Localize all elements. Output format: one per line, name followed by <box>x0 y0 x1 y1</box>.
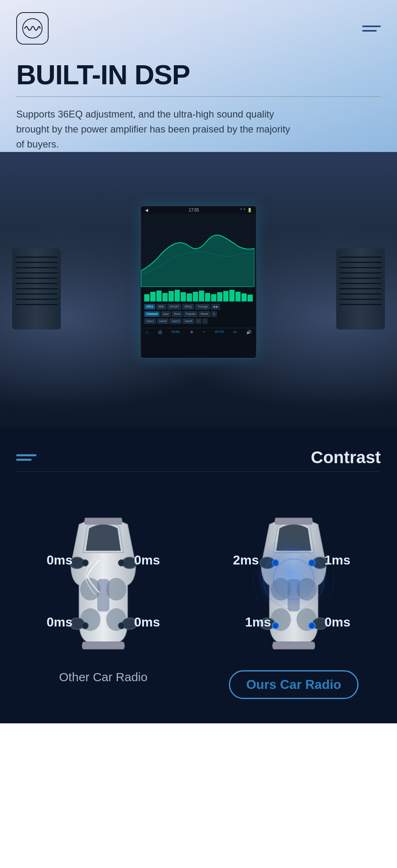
eq-reset[interactable]: Reset <box>199 311 210 317</box>
eq-info[interactable]: ℹ <box>211 311 217 317</box>
eq-classical[interactable]: Classical <box>144 311 160 317</box>
ours-bottom-right-label: 0ms <box>324 615 350 630</box>
svg-point-14 <box>118 622 125 629</box>
eq-btn-srs[interactable]: SRS() <box>182 304 194 310</box>
other-top-right-label: 0ms <box>134 553 160 568</box>
contrast-divider <box>16 471 381 472</box>
page-title: BUILT-IN DSP <box>16 61 381 88</box>
back-ctrl[interactable]: ↩ <box>233 330 237 334</box>
eq-controls: cFES BBE DOLBY SRS() Through ◉◉ Classica… <box>141 287 256 328</box>
eq-btn-bbe[interactable]: BBE <box>156 304 166 310</box>
back-btn: ◀ <box>145 208 148 212</box>
contrast-header: Contrast <box>16 448 381 467</box>
eq-remove[interactable]: - <box>203 319 207 324</box>
logo-icon <box>16 12 49 45</box>
left-vent <box>12 248 61 329</box>
ac-ctrl[interactable]: ~ <box>203 330 205 334</box>
eq-jazz[interactable]: Jazz <box>161 311 171 317</box>
bottom-controls: ⌂ ⏻ DUAL ❄ ~ AUTO ↩ 🔊 <box>141 328 256 336</box>
svg-point-28 <box>309 622 315 629</box>
other-car-svg <box>55 500 152 654</box>
eq-user1[interactable]: User1 <box>144 319 156 324</box>
svg-rect-29 <box>288 579 300 611</box>
svg-point-11 <box>82 560 88 566</box>
eq-display <box>141 214 256 287</box>
svg-point-26 <box>309 560 315 566</box>
eq-user-buttons: User1 User2 User3 User5 + - <box>144 319 253 324</box>
dual-ctrl[interactable]: DUAL <box>172 330 180 334</box>
svg-rect-15 <box>97 579 109 611</box>
svg-point-12 <box>118 560 125 566</box>
eq-add[interactable]: + <box>196 319 201 324</box>
auto-ctrl[interactable]: AUTO <box>215 330 224 334</box>
eq-btn-extra[interactable]: ◉◉ <box>211 304 220 310</box>
eq-btn-cfes[interactable]: cFES <box>144 304 155 310</box>
hero-description: Supports 36EQ adjustment, and the ultra-… <box>16 107 292 152</box>
eq-style-buttons: Classical Jazz Rock Popular Reset ℹ <box>144 311 253 317</box>
menu-button[interactable] <box>362 26 381 32</box>
other-car-svg-wrapper: 0ms 0ms 0ms 0ms <box>55 500 152 654</box>
eq-btn-dolby[interactable]: DOLBY <box>167 304 181 310</box>
ours-car-top-view: 2ms 1ms 1ms 0ms <box>207 492 381 662</box>
contrast-section: Contrast 0ms 0ms 0ms 0ms <box>0 428 397 723</box>
dsp-screen: ◀ 17:55 ⌃⌃ 🔋 <box>140 205 257 359</box>
ours-top-left-label: 2ms <box>233 553 259 568</box>
eq-rock[interactable]: Rock <box>172 311 182 317</box>
ours-top-right-label: 1ms <box>324 553 350 568</box>
header-section: BUILT-IN DSP Supports 36EQ adjustment, a… <box>0 0 397 152</box>
status-bar: ◀ 17:55 ⌃⌃ 🔋 <box>141 206 256 214</box>
ours-car-label-box: Ours Car Radio <box>229 670 359 699</box>
eq-user3[interactable]: User3 <box>170 319 181 324</box>
svg-point-25 <box>272 560 279 566</box>
other-car-label: Other Car Radio <box>59 670 147 684</box>
svg-point-13 <box>82 622 88 629</box>
eq-popular[interactable]: Popular <box>184 311 197 317</box>
eq-btn-through[interactable]: Through <box>195 304 210 310</box>
time-display: 17:55 <box>189 208 199 212</box>
other-car-label-box: Other Car Radio <box>59 670 147 684</box>
other-top-left-label: 0ms <box>47 553 73 568</box>
ours-car-card: 2ms 1ms 1ms 0ms <box>207 492 381 699</box>
ours-car-button[interactable]: Ours Car Radio <box>229 670 359 699</box>
ours-bottom-left-label: 1ms <box>245 615 271 630</box>
other-bottom-right-label: 0ms <box>134 615 160 630</box>
eq-user5[interactable]: User5 <box>183 319 194 324</box>
power-ctrl[interactable]: ⏻ <box>158 330 162 334</box>
other-car-top-view: 0ms 0ms 0ms 0ms <box>16 492 190 662</box>
nav-bar <box>16 12 381 45</box>
eq-bars <box>144 289 253 301</box>
svg-point-27 <box>272 622 279 629</box>
other-bottom-left-label: 0ms <box>47 615 73 630</box>
contrast-label: Contrast <box>311 448 381 467</box>
other-car-card: 0ms 0ms 0ms 0ms <box>16 492 190 699</box>
vol-ctrl[interactable]: 🔊 <box>246 330 251 334</box>
status-icons: ⌃⌃ 🔋 <box>239 208 252 212</box>
contrast-icon <box>16 454 36 461</box>
ours-car-svg <box>245 500 342 654</box>
title-divider <box>16 96 381 97</box>
home-ctrl[interactable]: ⌂ <box>146 330 148 334</box>
eq-user2[interactable]: User2 <box>157 319 169 324</box>
right-vent <box>336 248 385 329</box>
ours-car-svg-wrapper: 2ms 1ms 1ms 0ms <box>245 500 342 654</box>
svg-point-0 <box>23 19 42 38</box>
car-comparison: 0ms 0ms 0ms 0ms <box>16 492 381 699</box>
eq-preset-buttons: cFES BBE DOLBY SRS() Through ◉◉ <box>144 304 253 310</box>
fan-ctrl[interactable]: ❄ <box>190 330 193 334</box>
car-interior-section: ◀ 17:55 ⌃⌃ 🔋 <box>0 152 397 428</box>
